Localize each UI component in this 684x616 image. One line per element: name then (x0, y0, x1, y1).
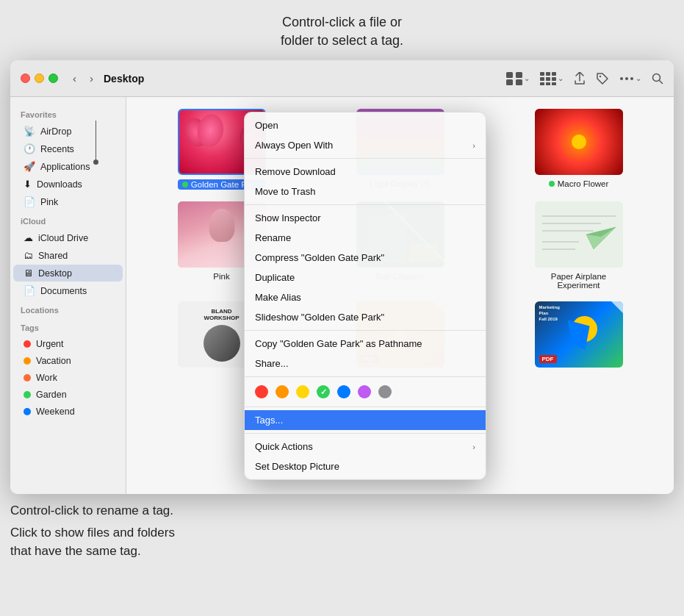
view-toggle-button[interactable]: ⌄ (506, 72, 530, 85)
chevron-right-icon: › (472, 141, 475, 150)
cm-section-colors (245, 377, 486, 407)
cm-always-open-with[interactable]: Always Open With › (245, 135, 486, 155)
cm-rename[interactable]: Rename (245, 228, 486, 248)
cm-quick-actions[interactable]: Quick Actions › (245, 437, 486, 456)
sidebar-item-desktop-label: Desktop (38, 268, 72, 279)
cm-section-manage: Show Inspector Rename Compress "Golden G… (245, 205, 486, 331)
cm-open[interactable]: Open (245, 115, 486, 135)
cm-section-open: Open Always Open With › (245, 112, 486, 159)
locations-label: Locations (10, 300, 126, 318)
cm-duplicate-label: Duplicate (255, 272, 295, 283)
file-macro-flower[interactable]: Macro Flower (495, 109, 662, 190)
shared-icon: 🗂 (24, 250, 33, 261)
file-paper-airplane[interactable]: Paper AirplaneExperiment (495, 201, 662, 290)
cm-move-to-trash-label: Move to Trash (255, 186, 315, 197)
applications-icon: 🚀 (24, 161, 35, 172)
sidebar-item-garden[interactable]: Garden (13, 387, 123, 403)
cm-show-inspector[interactable]: Show Inspector (245, 208, 486, 228)
macro-flower-badge (549, 181, 555, 187)
callout-line (96, 121, 96, 165)
cm-remove-download[interactable]: Remove Download (245, 162, 486, 182)
pink-label: Pink (213, 272, 229, 281)
sidebar-item-work-label: Work (36, 373, 57, 383)
cm-section-file: Remove Download Move to Trash (245, 159, 486, 205)
paper-airplane-label: Paper AirplaneExperiment (551, 272, 606, 290)
macro-flower-label: Macro Flower (549, 179, 609, 188)
cm-set-desktop-picture-label: Set Desktop Picture (255, 461, 339, 472)
main-area: Favorites 📡 AirDrop 🕐 Recents 🚀 Applicat… (10, 97, 674, 494)
group-by-button[interactable]: ⌄ (540, 72, 564, 85)
sidebar-item-applications[interactable]: 🚀 Applications (13, 158, 123, 175)
vacation-dot (24, 357, 31, 365)
traffic-lights (21, 74, 58, 83)
cm-slideshow[interactable]: Slideshow "Golden Gate Park" (245, 307, 486, 327)
cm-set-desktop-picture[interactable]: Set Desktop Picture (245, 456, 486, 476)
tag-button[interactable] (596, 72, 609, 85)
sidebar-item-pink[interactable]: 📄 Pink (13, 193, 123, 210)
sidebar-item-airdrop[interactable]: 📡 AirDrop (13, 123, 123, 140)
sidebar-item-recents-label: Recents (40, 144, 74, 154)
cm-make-alias[interactable]: Make Alias (245, 287, 486, 307)
color-blue[interactable] (337, 385, 350, 398)
cm-copy-pathname[interactable]: Copy "Golden Gate Park" as Pathname (245, 334, 486, 354)
cm-section-copy: Copy "Golden Gate Park" as Pathname Shar… (245, 331, 486, 377)
more-options-button[interactable]: ⌄ (619, 74, 641, 82)
file-marketing-pdf[interactable]: MarketingPlanFall 2019 PDF (495, 301, 662, 372)
sidebar-item-icloud-drive[interactable]: ☁ iCloud Drive (13, 229, 123, 246)
svg-rect-8 (546, 77, 550, 81)
cm-compress-label: Compress "Golden Gate Park" (255, 252, 384, 263)
favorites-label: Favorites (10, 104, 126, 122)
annotation-top: Control-click a file or folder to select… (0, 0, 684, 60)
sidebar-item-desktop[interactable]: 🖥 Desktop (13, 265, 123, 282)
svg-rect-9 (552, 77, 556, 81)
color-green[interactable] (317, 385, 330, 398)
svg-rect-2 (506, 79, 513, 85)
color-gray[interactable] (378, 385, 392, 398)
sidebar-item-work[interactable]: Work (13, 370, 123, 386)
close-button[interactable] (21, 74, 30, 83)
cm-tags-label: Tags... (255, 415, 283, 426)
fullscreen-button[interactable] (48, 74, 58, 83)
sidebar-item-shared[interactable]: 🗂 Shared (13, 247, 123, 264)
icloud-label: iCloud (10, 211, 126, 229)
color-purple[interactable] (358, 385, 371, 398)
cm-move-to-trash[interactable]: Move to Trash (245, 182, 486, 201)
svg-rect-5 (546, 72, 550, 76)
sidebar-item-applications-label: Applications (40, 162, 90, 172)
sidebar-item-downloads-label: Downloads (37, 179, 82, 190)
pink-icon: 📄 (24, 196, 35, 207)
sidebar-item-icloud-label: iCloud Drive (38, 233, 88, 243)
sidebar-item-vacation[interactable]: Vacation (13, 353, 123, 369)
color-orange[interactable] (276, 385, 289, 398)
cm-rename-label: Rename (255, 232, 291, 243)
search-button[interactable] (652, 73, 663, 85)
sidebar-item-weekend[interactable]: Weekend (13, 404, 123, 420)
sidebar-item-documents[interactable]: 📄 Documents (13, 282, 123, 299)
sidebar-item-vacation-label: Vacation (36, 356, 71, 366)
cm-duplicate[interactable]: Duplicate (245, 268, 486, 287)
chevron-right-icon-2: › (472, 443, 475, 451)
cm-tags[interactable]: Tags... (245, 410, 486, 430)
forward-button[interactable]: › (87, 71, 96, 86)
cm-compress[interactable]: Compress "Golden Gate Park" (245, 248, 486, 268)
toolbar-actions: ⌄ ⌄ (506, 72, 663, 85)
sidebar-item-recents[interactable]: 🕐 Recents (13, 140, 123, 157)
finder-window: ‹ › Desktop ⌄ (10, 60, 674, 494)
cm-share[interactable]: Share... (245, 354, 486, 373)
sidebar-item-downloads[interactable]: ⬇ Downloads (13, 176, 123, 193)
svg-rect-7 (540, 77, 544, 81)
context-menu: Open Always Open With › Remove Download … (244, 112, 486, 480)
color-red[interactable] (255, 385, 268, 398)
back-button[interactable]: ‹ (70, 71, 79, 86)
sidebar-item-urgent-label: Urgent (36, 339, 64, 349)
svg-rect-0 (506, 72, 513, 78)
cm-remove-download-label: Remove Download (255, 166, 336, 177)
sidebar-item-urgent[interactable]: Urgent (13, 336, 123, 352)
cm-color-picker (245, 380, 486, 404)
cm-section-actions: Quick Actions › Set Desktop Picture (245, 434, 486, 479)
content-pane: Golden Gate Par... Light Display 03 (126, 97, 674, 494)
color-yellow[interactable] (296, 385, 309, 398)
minimize-button[interactable] (35, 74, 44, 83)
svg-rect-11 (546, 82, 550, 85)
share-button[interactable] (574, 72, 586, 85)
